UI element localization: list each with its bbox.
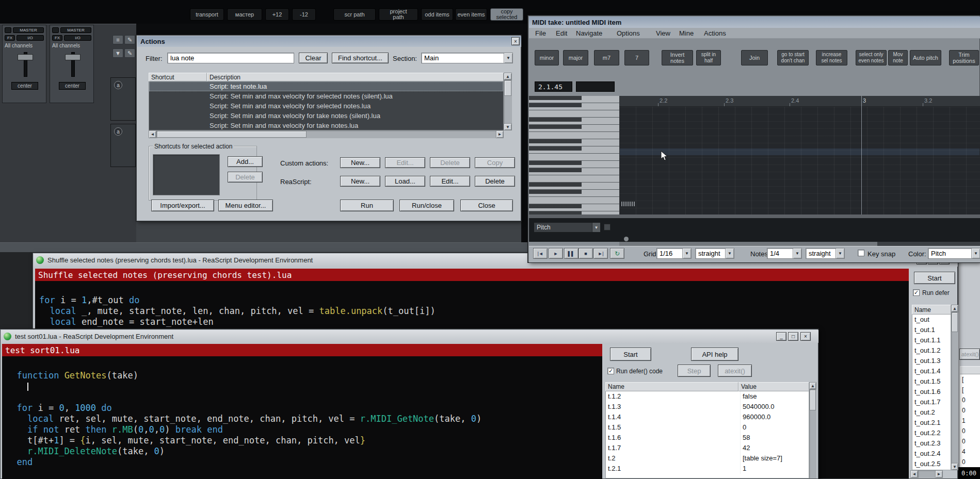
fader-handle[interactable] xyxy=(65,54,81,60)
custom-delete-button[interactable]: Delete xyxy=(430,157,470,168)
repeat-icon[interactable]: ↻ xyxy=(610,248,624,259)
name-column-header[interactable]: Name xyxy=(605,382,738,391)
pencil-icon[interactable]: ✎ xyxy=(124,48,135,58)
filter-input[interactable]: lua note xyxy=(167,53,294,63)
menu-actions[interactable]: Actions xyxy=(704,29,726,37)
reascript-delete-button[interactable]: Delete xyxy=(475,176,515,187)
cc-lane-select[interactable]: Pitch ▼ xyxy=(534,222,601,233)
list-item[interactable]: t_out.2.4 xyxy=(912,449,951,459)
list-item[interactable]: t_out.1.2 xyxy=(912,345,951,356)
scroll-up-icon[interactable]: ▲ xyxy=(951,305,958,312)
midi-titlebar[interactable]: MIDI take: untitled MIDI item xyxy=(529,16,980,28)
list-item[interactable]: 4 xyxy=(960,447,980,457)
pan-value[interactable]: center xyxy=(59,82,86,90)
run-defer-checkbox[interactable]: ✓ xyxy=(913,289,920,296)
menu-mine[interactable]: Mine xyxy=(679,29,694,37)
note-grid[interactable] xyxy=(619,107,980,214)
code-editor[interactable]: function GetNotes(take) for i = 0, 1000 … xyxy=(2,356,602,479)
action-row[interactable]: Script: Set min and max velocity for tak… xyxy=(149,121,503,130)
toolbar-button-odd-items[interactable]: odd items xyxy=(421,8,453,21)
clear-button[interactable]: Clear xyxy=(299,53,328,63)
filter-icon[interactable]: ▼ xyxy=(113,48,123,58)
fx-enable-icon[interactable] xyxy=(52,27,59,33)
scrollbar-thumb[interactable] xyxy=(810,390,816,410)
value-column-header[interactable]: Value xyxy=(738,382,809,391)
scroll-down-icon[interactable]: ▼ xyxy=(951,463,958,470)
action-row[interactable]: Script: Set min and max velocity for sel… xyxy=(149,101,503,111)
list-item[interactable]: 0 xyxy=(960,426,980,436)
toolbar-button-master[interactable]: мастер xyxy=(227,8,262,21)
midi-tool-m7[interactable]: m7 xyxy=(594,50,619,65)
midi-tool-increase-sel-notes[interactable]: increasesel notes xyxy=(816,50,847,65)
toolbar-button-minus12[interactable]: -12 xyxy=(292,8,316,21)
midi-tool-trim-positions[interactable]: Trimpositions xyxy=(949,50,979,65)
scroll-left-icon[interactable]: ◄ xyxy=(149,130,156,138)
column-header-description[interactable]: Description xyxy=(207,73,504,81)
close-icon[interactable]: × xyxy=(800,332,811,341)
chevron-down-icon[interactable]: ▼ xyxy=(682,249,691,258)
toolbar-button-plus12[interactable]: +12 xyxy=(265,8,289,21)
atexit-button[interactable]: atexit() xyxy=(718,365,752,377)
list-item[interactable]: t_out.2.2 xyxy=(912,428,951,438)
midi-tool-auto-pitch[interactable]: Auto pitch xyxy=(910,50,941,65)
list-item[interactable]: 0 xyxy=(960,436,980,447)
midi-tool-major[interactable]: major xyxy=(563,50,588,65)
piano-keys[interactable] xyxy=(529,96,619,214)
io-button[interactable]: I/O xyxy=(17,35,44,41)
list-item[interactable]: t_out.2.1 xyxy=(912,418,951,428)
toolbar-button-scr-path[interactable]: scr path xyxy=(333,8,376,21)
table-row[interactable]: t.1.3 5040000.0 xyxy=(606,402,809,412)
play-icon[interactable]: ► xyxy=(549,248,563,259)
chevron-down-icon[interactable]: ▼ xyxy=(971,249,980,258)
lane-divider[interactable] xyxy=(529,214,980,218)
master-button[interactable]: MASTER xyxy=(13,27,44,33)
import-export-button[interactable]: Import/export... xyxy=(151,200,214,211)
io-button[interactable]: I/O xyxy=(64,35,91,41)
menu-editor-button[interactable]: Menu editor... xyxy=(218,200,273,211)
list-item[interactable]: 0 xyxy=(960,395,980,405)
action-row-selected[interactable]: Script: test note.lua xyxy=(149,81,503,91)
list-item[interactable]: t_out.1.1 xyxy=(912,335,951,345)
color-mode-select[interactable]: Pitch▼ xyxy=(928,248,980,259)
pause-icon[interactable]: ▌▌ xyxy=(564,248,579,259)
menu-navigate[interactable]: Navigate xyxy=(576,29,602,37)
grid-size-select[interactable]: 1/16▼ xyxy=(656,248,692,259)
pencil-icon[interactable]: ✎ xyxy=(124,35,135,44)
timeline-ruler[interactable]: 2.2 2.3 2.4 3 3.2 xyxy=(619,96,980,107)
midi-tool-join[interactable]: Join xyxy=(741,50,768,65)
list-icon[interactable]: ≡ xyxy=(113,35,123,44)
scroll-down-icon[interactable]: ▼ xyxy=(504,123,512,130)
list-item[interactable]: t_out.1.3 xyxy=(912,356,951,366)
list-item[interactable]: 0 xyxy=(960,405,980,416)
add-shortcut-button[interactable]: Add... xyxy=(228,156,263,167)
column-header-shortcut[interactable]: Shortcut xyxy=(149,73,207,81)
list-item[interactable]: t_out.2.3 xyxy=(912,438,951,449)
record-arm-icon[interactable]: a xyxy=(114,81,122,89)
menu-edit[interactable]: Edit xyxy=(556,29,567,37)
menu-view[interactable]: View xyxy=(656,29,670,37)
key-snap-checkbox[interactable] xyxy=(858,250,864,256)
table-row[interactable]: t.1.7 42 xyxy=(606,443,809,453)
scrollbar-thumb[interactable] xyxy=(157,131,307,138)
run-defer-checkbox[interactable]: ✓ xyxy=(607,368,614,374)
actions-titlebar[interactable]: Actions xyxy=(137,36,521,47)
scroll-up-icon[interactable]: ▲ xyxy=(504,73,512,80)
scroll-left-icon[interactable]: ◄ xyxy=(910,470,918,478)
notes-size-select[interactable]: 1/4▼ xyxy=(767,248,802,259)
stop-icon[interactable]: ■ xyxy=(579,248,593,259)
go-to-end-icon[interactable]: ►| xyxy=(593,248,608,259)
fader-handle[interactable] xyxy=(18,54,33,60)
list-item[interactable]: [ xyxy=(960,385,980,395)
menu-file[interactable]: File xyxy=(535,29,546,37)
fx-enable-icon[interactable] xyxy=(5,27,11,33)
test-titlebar[interactable]: test sort01.lua - ReaScript Development … xyxy=(1,330,818,343)
track-panel[interactable]: a xyxy=(110,124,136,167)
grid-swing-select[interactable]: straight▼ xyxy=(695,248,734,259)
scrollbar-thumb[interactable] xyxy=(952,312,958,332)
custom-edit-button[interactable]: Edit... xyxy=(385,157,425,168)
scroll-right-icon[interactable]: ► xyxy=(935,470,943,478)
chevron-down-icon[interactable]: ▼ xyxy=(836,249,844,258)
api-help-button[interactable]: API help xyxy=(691,348,738,361)
menu-options[interactable]: Options xyxy=(617,29,640,37)
table-row[interactable]: t.1.6 58 xyxy=(606,433,809,443)
